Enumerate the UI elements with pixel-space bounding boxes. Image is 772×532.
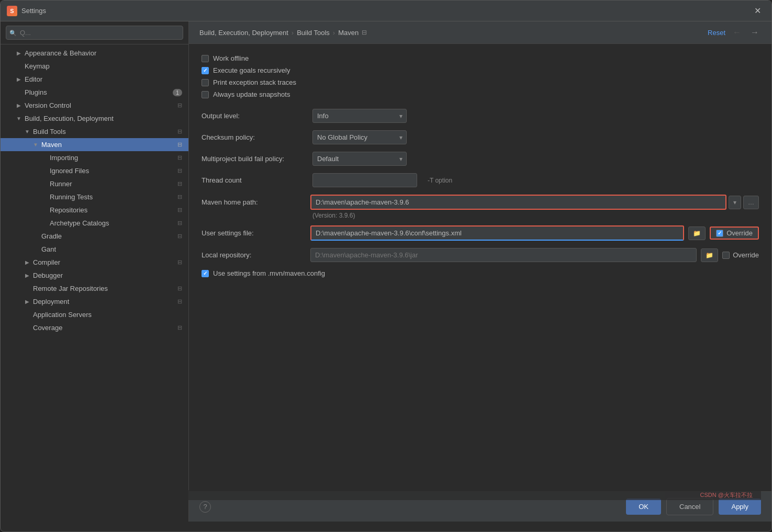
sidebar-item-appearance[interactable]: ▶ Appearance & Behavior (1, 47, 188, 60)
sidebar-item-remote-jar[interactable]: Remote Jar Repositories ⊟ (1, 282, 188, 295)
pin-icon: ⊟ (177, 154, 182, 161)
apply-button[interactable]: Apply (719, 499, 761, 515)
pin-icon: ⊟ (177, 233, 182, 240)
use-mvn-config-text: Use settings from .mvn/maven.config (213, 269, 325, 277)
thread-count-input[interactable] (312, 173, 417, 187)
execute-goals-checkbox[interactable] (202, 67, 209, 74)
sidebar-label: Compiler (33, 258, 60, 266)
sidebar-item-archetype-catalogs[interactable]: Archetype Catalogs ⊟ (1, 217, 188, 230)
thread-count-row: Thread count -T option (202, 173, 759, 187)
user-settings-folder-button[interactable]: 📁 (688, 227, 706, 240)
user-settings-override-checkbox[interactable] (716, 230, 723, 237)
breadcrumb-part1: Build, Execution, Deployment (199, 29, 288, 37)
sidebar-item-ignored-files[interactable]: Ignored Files ⊟ (1, 164, 188, 177)
pin-icon: ⊟ (177, 102, 182, 109)
maven-home-row: Maven home path: ▾ … (202, 195, 759, 210)
maven-home-dropdown-button[interactable]: ▾ (729, 196, 741, 209)
work-offline-label[interactable]: Work offline (202, 54, 249, 62)
right-panel: Build, Execution, Deployment › Build Too… (189, 21, 771, 522)
sidebar-item-running-tests[interactable]: Running Tests ⊟ (1, 190, 188, 203)
local-repo-override-checkbox[interactable] (722, 252, 730, 259)
work-offline-row: Work offline (202, 54, 759, 62)
always-update-checkbox[interactable] (202, 91, 209, 98)
execute-goals-label[interactable]: Execute goals recursively (202, 66, 290, 74)
forward-button[interactable]: → (748, 27, 761, 38)
user-settings-input[interactable] (310, 225, 684, 241)
breadcrumb-sep1: › (292, 29, 294, 37)
sidebar-label: Keymap (25, 62, 50, 70)
print-exception-text: Print exception stack traces (213, 78, 296, 86)
titlebar: S Settings ✕ (1, 1, 771, 21)
expand-icon: ▶ (24, 259, 31, 265)
sidebar-label: Editor (25, 75, 42, 83)
work-offline-checkbox[interactable] (202, 55, 209, 62)
watermark: CSDN @火车拉不拉 (0, 490, 761, 500)
sidebar-item-coverage[interactable]: Coverage ⊟ (1, 321, 188, 334)
sidebar-item-deployment[interactable]: ▶ Deployment ⊟ (1, 295, 188, 308)
search-input[interactable] (6, 26, 183, 40)
sidebar-label: Application Servers (33, 311, 92, 319)
sidebar-item-app-servers[interactable]: Application Servers (1, 308, 188, 321)
header-actions: Reset ← → (708, 27, 761, 38)
sidebar-label: Appearance & Behavior (25, 49, 96, 57)
pin-icon: ⊟ (177, 324, 182, 331)
reset-button[interactable]: Reset (708, 29, 725, 37)
sidebar-label: Gradle (41, 232, 62, 240)
ok-button[interactable]: OK (626, 499, 661, 515)
expand-icon: ▶ (15, 50, 23, 56)
pin-icon: ⊟ (177, 220, 182, 227)
checksum-policy-select[interactable]: No Global Policy (312, 130, 407, 144)
output-level-select[interactable]: Info (312, 109, 407, 123)
close-button[interactable]: ✕ (750, 4, 765, 18)
expand-icon: ▼ (32, 142, 39, 148)
app-icon: S (7, 6, 17, 16)
thread-count-label: Thread count (202, 176, 306, 184)
pin-icon: ⊟ (177, 180, 182, 187)
breadcrumb-pin-icon[interactable]: ⊟ (362, 29, 367, 36)
print-exception-checkbox[interactable] (202, 79, 209, 86)
expand-icon: ▼ (15, 116, 23, 121)
sidebar-item-repositories[interactable]: Repositories ⊟ (1, 203, 188, 217)
pin-icon: ⊟ (177, 207, 182, 213)
sidebar-item-compiler[interactable]: ▶ Compiler ⊟ (1, 256, 188, 269)
local-repo-override-label: Override (733, 251, 759, 259)
sidebar-label: Deployment (33, 298, 69, 305)
local-repo-input[interactable] (310, 248, 697, 262)
sidebar-item-importing[interactable]: Importing ⊟ (1, 151, 188, 164)
use-mvn-config-checkbox[interactable] (202, 270, 209, 277)
maven-home-input[interactable] (310, 195, 726, 210)
cancel-button[interactable]: Cancel (666, 498, 713, 515)
back-button[interactable]: ← (731, 27, 743, 38)
use-mvn-config-label[interactable]: Use settings from .mvn/maven.config (202, 269, 325, 277)
always-update-label[interactable]: Always update snapshots (202, 90, 290, 98)
multiproject-policy-select[interactable]: Default (312, 152, 407, 166)
local-repo-folder-button[interactable]: 📁 (701, 248, 718, 262)
sidebar-item-version-control[interactable]: ▶ Version Control ⊟ (1, 99, 188, 112)
sidebar-item-build-tools[interactable]: ▼ Build Tools ⊟ (1, 125, 188, 138)
expand-icon: ▶ (24, 299, 31, 304)
help-button[interactable]: ? (199, 501, 211, 513)
sidebar-item-plugins[interactable]: Plugins 1 (1, 86, 188, 99)
execute-goals-row: Execute goals recursively (202, 66, 759, 74)
sidebar-item-debugger[interactable]: ▶ Debugger (1, 269, 188, 282)
print-exception-label[interactable]: Print exception stack traces (202, 78, 296, 86)
user-settings-override-label: Override (726, 229, 753, 237)
expand-icon: ▶ (15, 76, 23, 82)
use-mvn-config-row: Use settings from .mvn/maven.config (202, 269, 759, 277)
sidebar-item-runner[interactable]: Runner ⊟ (1, 177, 188, 190)
sidebar-item-build-exec[interactable]: ▼ Build, Execution, Deployment (1, 112, 188, 125)
sidebar-label: Archetype Catalogs (50, 219, 109, 227)
print-exception-row: Print exception stack traces (202, 78, 759, 86)
sidebar-label: Importing (50, 154, 78, 162)
sidebar-item-gant[interactable]: Gant (1, 243, 188, 256)
sidebar-item-keymap[interactable]: Keymap (1, 60, 188, 73)
multiproject-policy-select-wrap: Default (312, 152, 407, 166)
maven-home-browse-button[interactable]: … (743, 196, 759, 209)
sidebar-item-maven[interactable]: ▼ Maven ⊟ (1, 138, 188, 151)
output-level-label: Output level: (202, 112, 306, 120)
execute-goals-text: Execute goals recursively (213, 66, 290, 74)
sidebar-label: Maven (41, 141, 62, 149)
work-offline-text: Work offline (213, 54, 249, 62)
sidebar-item-gradle[interactable]: Gradle ⊟ (1, 230, 188, 243)
sidebar-item-editor[interactable]: ▶ Editor (1, 73, 188, 86)
